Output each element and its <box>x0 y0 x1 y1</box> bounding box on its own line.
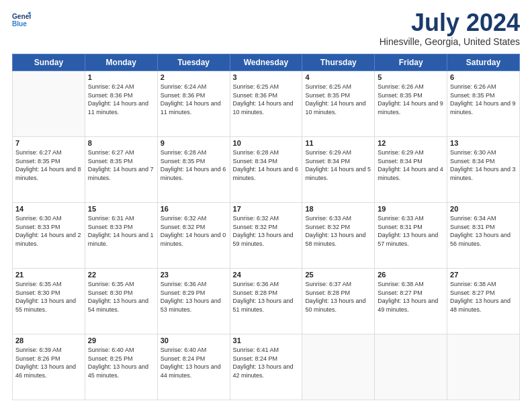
day-number: 3 <box>233 73 300 81</box>
table-row: 25Sunrise: 6:37 AMSunset: 8:28 PMDayligh… <box>302 269 375 334</box>
table-row: 31Sunrise: 6:41 AMSunset: 8:24 PMDayligh… <box>230 334 302 400</box>
table-row: 21Sunrise: 6:35 AMSunset: 8:30 PMDayligh… <box>13 269 85 334</box>
day-info: Sunrise: 6:41 AMSunset: 8:24 PMDaylight:… <box>233 346 300 379</box>
header-friday: Friday <box>375 54 447 71</box>
table-row: 27Sunrise: 6:38 AMSunset: 8:27 PMDayligh… <box>447 269 520 334</box>
table-row: 24Sunrise: 6:36 AMSunset: 8:28 PMDayligh… <box>230 269 302 334</box>
table-row: 10Sunrise: 6:28 AMSunset: 8:34 PMDayligh… <box>230 137 302 203</box>
day-info: Sunrise: 6:29 AMSunset: 8:34 PMDaylight:… <box>378 148 444 182</box>
day-info: Sunrise: 6:28 AMSunset: 8:34 PMDaylight:… <box>233 148 300 182</box>
day-number: 30 <box>161 336 227 345</box>
day-number: 26 <box>378 271 444 279</box>
day-number: 28 <box>15 336 82 345</box>
table-row: 23Sunrise: 6:36 AMSunset: 8:29 PMDayligh… <box>157 269 230 334</box>
day-number: 11 <box>305 139 371 147</box>
day-number: 27 <box>450 271 517 279</box>
svg-text:General: General <box>12 13 31 20</box>
day-info: Sunrise: 6:40 AMSunset: 8:25 PMDaylight:… <box>88 346 154 379</box>
table-row: 18Sunrise: 6:33 AMSunset: 8:32 PMDayligh… <box>302 203 375 269</box>
header-sunday: Sunday <box>13 54 85 71</box>
header-saturday: Saturday <box>447 54 520 71</box>
table-row: 28Sunrise: 6:39 AMSunset: 8:26 PMDayligh… <box>13 334 85 400</box>
day-info: Sunrise: 6:26 AMSunset: 8:35 PMDaylight:… <box>378 83 444 116</box>
table-row: 5Sunrise: 6:26 AMSunset: 8:35 PMDaylight… <box>375 71 447 137</box>
main-title: July 2024 <box>380 11 520 35</box>
day-number: 10 <box>233 139 300 147</box>
logo: General Blue <box>12 11 31 30</box>
day-number: 14 <box>15 205 82 213</box>
header-wednesday: Wednesday <box>230 54 302 71</box>
table-row: 2Sunrise: 6:24 AMSunset: 8:36 PMDaylight… <box>157 71 230 137</box>
day-number: 23 <box>161 271 227 279</box>
day-info: Sunrise: 6:28 AMSunset: 8:35 PMDaylight:… <box>161 148 227 182</box>
calendar-header-row: Sunday Monday Tuesday Wednesday Thursday… <box>13 54 520 71</box>
svg-text:Blue: Blue <box>12 20 27 28</box>
header-thursday: Thursday <box>302 54 375 71</box>
table-row: 3Sunrise: 6:25 AMSunset: 8:36 PMDaylight… <box>230 71 302 137</box>
day-number: 5 <box>378 73 444 81</box>
day-info: Sunrise: 6:27 AMSunset: 8:35 PMDaylight:… <box>15 148 82 182</box>
day-info: Sunrise: 6:38 AMSunset: 8:27 PMDaylight:… <box>450 280 517 314</box>
day-info: Sunrise: 6:25 AMSunset: 8:36 PMDaylight:… <box>233 83 300 116</box>
day-number: 16 <box>161 205 227 213</box>
day-number: 6 <box>450 73 517 81</box>
table-row: 17Sunrise: 6:32 AMSunset: 8:32 PMDayligh… <box>230 203 302 269</box>
day-number: 17 <box>233 205 300 213</box>
subtitle: Hinesville, Georgia, United States <box>380 36 520 47</box>
header-tuesday: Tuesday <box>157 54 230 71</box>
day-info: Sunrise: 6:37 AMSunset: 8:28 PMDaylight:… <box>305 280 371 314</box>
table-row: 22Sunrise: 6:35 AMSunset: 8:30 PMDayligh… <box>85 269 157 334</box>
table-row: 26Sunrise: 6:38 AMSunset: 8:27 PMDayligh… <box>375 269 447 334</box>
day-number: 2 <box>161 73 227 81</box>
day-info: Sunrise: 6:36 AMSunset: 8:29 PMDaylight:… <box>161 280 227 314</box>
day-number: 12 <box>378 139 444 147</box>
day-info: Sunrise: 6:33 AMSunset: 8:32 PMDaylight:… <box>305 214 371 248</box>
day-info: Sunrise: 6:26 AMSunset: 8:35 PMDaylight:… <box>450 83 517 116</box>
header: General Blue July 2024 Hinesville, Georg… <box>12 11 520 47</box>
table-row: 12Sunrise: 6:29 AMSunset: 8:34 PMDayligh… <box>375 137 447 203</box>
table-row: 14Sunrise: 6:30 AMSunset: 8:33 PMDayligh… <box>13 203 85 269</box>
day-number: 8 <box>88 139 154 147</box>
day-info: Sunrise: 6:27 AMSunset: 8:35 PMDaylight:… <box>88 148 154 182</box>
day-info: Sunrise: 6:36 AMSunset: 8:28 PMDaylight:… <box>233 280 300 314</box>
calendar: Sunday Monday Tuesday Wednesday Thursday… <box>12 54 520 400</box>
day-info: Sunrise: 6:24 AMSunset: 8:36 PMDaylight:… <box>88 83 154 116</box>
day-number: 29 <box>88 336 154 345</box>
day-number: 24 <box>233 271 300 279</box>
page: General Blue July 2024 Hinesville, Georg… <box>0 0 532 411</box>
day-number: 25 <box>305 271 371 279</box>
day-number: 21 <box>15 271 82 279</box>
table-row: 19Sunrise: 6:33 AMSunset: 8:31 PMDayligh… <box>375 203 447 269</box>
table-row: 15Sunrise: 6:31 AMSunset: 8:33 PMDayligh… <box>85 203 157 269</box>
day-info: Sunrise: 6:32 AMSunset: 8:32 PMDaylight:… <box>161 214 227 248</box>
table-row <box>13 71 85 137</box>
table-row: 4Sunrise: 6:25 AMSunset: 8:35 PMDaylight… <box>302 71 375 137</box>
table-row: 16Sunrise: 6:32 AMSunset: 8:32 PMDayligh… <box>157 203 230 269</box>
day-number: 22 <box>88 271 154 279</box>
day-info: Sunrise: 6:35 AMSunset: 8:30 PMDaylight:… <box>88 280 154 314</box>
day-info: Sunrise: 6:34 AMSunset: 8:31 PMDaylight:… <box>450 214 517 248</box>
day-number: 4 <box>305 73 371 81</box>
table-row: 6Sunrise: 6:26 AMSunset: 8:35 PMDaylight… <box>447 71 520 137</box>
table-row: 1Sunrise: 6:24 AMSunset: 8:36 PMDaylight… <box>85 71 157 137</box>
day-info: Sunrise: 6:39 AMSunset: 8:26 PMDaylight:… <box>15 346 82 379</box>
table-row: 30Sunrise: 6:40 AMSunset: 8:24 PMDayligh… <box>157 334 230 400</box>
table-row <box>375 334 447 400</box>
header-monday: Monday <box>85 54 157 71</box>
generalblue-logo-icon: General Blue <box>12 11 31 30</box>
day-info: Sunrise: 6:29 AMSunset: 8:34 PMDaylight:… <box>305 148 371 182</box>
day-info: Sunrise: 6:32 AMSunset: 8:32 PMDaylight:… <box>233 214 300 248</box>
day-number: 31 <box>233 336 300 345</box>
table-row <box>447 334 520 400</box>
title-block: July 2024 Hinesville, Georgia, United St… <box>380 11 520 47</box>
day-info: Sunrise: 6:30 AMSunset: 8:34 PMDaylight:… <box>450 148 517 182</box>
table-row: 13Sunrise: 6:30 AMSunset: 8:34 PMDayligh… <box>447 137 520 203</box>
day-info: Sunrise: 6:38 AMSunset: 8:27 PMDaylight:… <box>378 280 444 314</box>
day-info: Sunrise: 6:31 AMSunset: 8:33 PMDaylight:… <box>88 214 154 248</box>
day-info: Sunrise: 6:24 AMSunset: 8:36 PMDaylight:… <box>161 83 227 116</box>
table-row: 11Sunrise: 6:29 AMSunset: 8:34 PMDayligh… <box>302 137 375 203</box>
day-info: Sunrise: 6:35 AMSunset: 8:30 PMDaylight:… <box>15 280 82 314</box>
table-row: 20Sunrise: 6:34 AMSunset: 8:31 PMDayligh… <box>447 203 520 269</box>
day-number: 1 <box>88 73 154 81</box>
table-row: 9Sunrise: 6:28 AMSunset: 8:35 PMDaylight… <box>157 137 230 203</box>
